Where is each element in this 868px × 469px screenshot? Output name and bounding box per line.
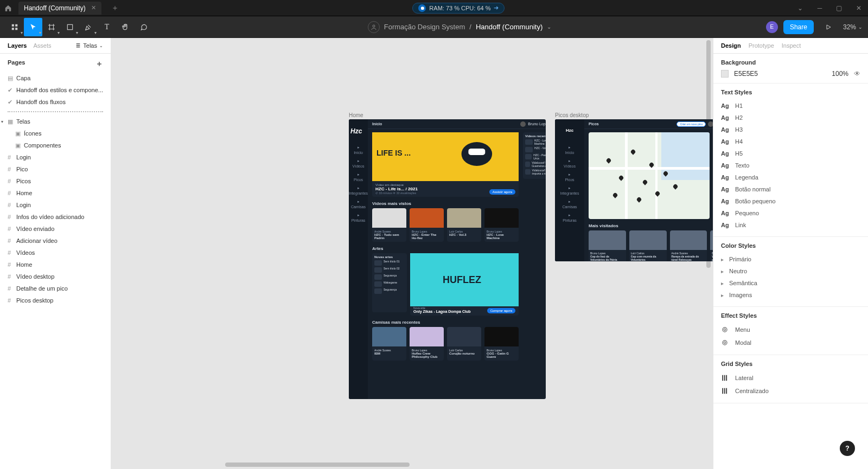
layer-item[interactable]: #Vídeo enviado (0, 223, 111, 235)
grid-styles-section: Grid Styles LateralCentralizado (713, 355, 868, 403)
chevron-down-icon[interactable]: ⌄ (547, 24, 551, 30)
page-item-current[interactable]: ▦Telas (0, 115, 111, 127)
main-menu-button[interactable] (5, 18, 24, 36)
style-item[interactable]: AgH4 (721, 136, 860, 147)
style-item[interactable]: ▸Imagens (721, 289, 860, 301)
layer-item[interactable]: #Home (0, 187, 111, 199)
style-item[interactable]: AgH3 (721, 124, 860, 136)
layer-item[interactable]: #Vídeo desktop (0, 271, 111, 282)
style-item[interactable]: ▸Primário (721, 253, 860, 265)
layer-item[interactable]: #Vídeos (0, 247, 111, 259)
page-label: Handoff dos estilos e compone... (16, 87, 103, 93)
layer-item[interactable]: #Picos (0, 175, 111, 187)
layer-item[interactable]: #Login (0, 199, 111, 211)
canvas[interactable]: Home Hzc ▸ Início ▸ Vídeos ▸ Picos ▸ Int… (111, 38, 713, 469)
tab-design[interactable]: Design (721, 42, 741, 49)
layer-label: Vídeos (16, 249, 35, 256)
style-item[interactable]: AgH1 (721, 100, 860, 112)
text-tool[interactable]: T (98, 18, 116, 36)
help-button[interactable]: ? (840, 441, 855, 456)
scrollbar-horizontal[interactable] (225, 462, 410, 467)
hand-tool[interactable] (116, 18, 135, 36)
style-item[interactable]: Lateral (721, 371, 860, 384)
page-item[interactable]: ✔Handoff dos fluxos (0, 96, 111, 108)
minimize-button[interactable]: ─ (814, 2, 826, 14)
page-item[interactable]: ✔Handoff dos estilos e compone... (0, 84, 111, 96)
bg-hex[interactable]: E5E5E5 (734, 70, 758, 78)
breadcrumb[interactable]: Formação Design System / Handoff (Commun… (368, 21, 552, 33)
shape-tool[interactable] (61, 18, 79, 36)
style-item[interactable]: Centralizado (721, 384, 860, 397)
frame-icon: # (8, 261, 14, 268)
page-dropdown[interactable]: Telas ⌄ (75, 42, 103, 49)
chevron-down-icon[interactable]: ⌄ (794, 2, 806, 14)
layer-label: Home (16, 261, 32, 268)
mock-play-button: Assistir agora (489, 189, 515, 195)
user-avatar[interactable]: E (766, 21, 778, 33)
move-tool[interactable] (24, 18, 42, 36)
layer-item[interactable]: #Home (0, 259, 111, 271)
present-button[interactable] (819, 18, 838, 36)
style-item[interactable]: AgTexto (721, 159, 860, 171)
file-tab[interactable]: Handoff (Community) ✕ (18, 2, 101, 15)
new-tab-button[interactable]: ＋ (107, 3, 123, 13)
layer-item[interactable]: #Pico (0, 163, 111, 175)
bg-opacity[interactable]: 100% (832, 70, 848, 78)
style-item[interactable]: ▸Semântica (721, 277, 860, 289)
layer-label: Vídeo desktop (16, 273, 54, 280)
maximize-button[interactable]: ▢ (833, 2, 845, 14)
section-title: Grid Styles (721, 361, 860, 367)
pen-tool[interactable] (79, 18, 98, 36)
layer-item[interactable]: ▣Ícones (0, 127, 111, 139)
layer-item[interactable]: #Picos desktop (0, 294, 111, 306)
svg-rect-3 (15, 28, 17, 30)
style-item[interactable]: AgH5 (721, 147, 860, 159)
tab-layers[interactable]: Layers (8, 42, 27, 49)
style-item[interactable]: AgPequeno (721, 207, 860, 219)
color-swatch[interactable] (721, 70, 729, 78)
style-item[interactable]: AgLegenda (721, 171, 860, 183)
canvas-frame-home[interactable]: Hzc ▸ Início ▸ Vídeos ▸ Picos ▸ Integran… (349, 119, 546, 399)
frame-icon: # (8, 190, 14, 196)
style-item[interactable]: Menu (721, 323, 860, 336)
separator (8, 111, 103, 112)
comment-tool[interactable] (135, 18, 153, 36)
tab-prototype[interactable]: Prototype (749, 42, 774, 49)
svg-point-5 (373, 25, 375, 27)
background-section: Background E5E5E5 100% 👁 (713, 54, 868, 83)
style-item[interactable]: AgLink (721, 219, 860, 231)
titlebar-center: ⏺ RAM: 73 % CPU: 64 % ➜ (412, 3, 505, 14)
frame-icon: # (8, 297, 14, 304)
check-icon: ✔ (8, 99, 14, 106)
layer-item[interactable]: #Login (0, 151, 111, 163)
layer-item[interactable]: #Infos do vídeo adicionado (0, 211, 111, 223)
left-panel-tabs: Layers Assets Telas ⌄ (0, 38, 111, 54)
home-icon[interactable] (3, 3, 13, 13)
tab-close-icon[interactable]: ✕ (91, 4, 96, 11)
style-item[interactable]: ▸Neutro (721, 265, 860, 277)
system-monitor-badge[interactable]: ⏺ RAM: 73 % CPU: 64 % ➜ (412, 3, 505, 14)
style-item[interactable]: AgH2 (721, 112, 860, 124)
page-item[interactable]: ▤Capa (0, 72, 111, 84)
style-item[interactable]: AgBotão normal (721, 183, 860, 195)
canvas-frame-picos[interactable]: Hzc ▸ Início ▸ Vídeos ▸ Picos ▸ Integran… (555, 119, 713, 261)
section-heading: Artes (372, 246, 519, 251)
layer-item[interactable]: ▣Componentes (0, 139, 111, 151)
tab-assets[interactable]: Assets (33, 42, 51, 49)
close-window-button[interactable]: ✕ (853, 2, 865, 14)
layer-item[interactable]: #Adicionar vídeo (0, 235, 111, 247)
add-page-button[interactable]: ＋ (95, 59, 103, 69)
zoom-control[interactable]: 32%⌄ (843, 23, 863, 31)
frame-label[interactable]: Picos desktop (555, 112, 589, 118)
section-heading: Vídeos mais vistos (372, 201, 519, 206)
style-item[interactable]: AgBotão pequeno (721, 195, 860, 207)
layer-item[interactable]: #Detalhe de um pico (0, 282, 111, 294)
style-item[interactable]: Modal (721, 336, 860, 349)
nav-item: ▸ Camisas (351, 200, 366, 209)
frame-tool[interactable] (42, 18, 61, 36)
tab-inspect[interactable]: Inspect (782, 42, 801, 49)
section-title: Background (721, 59, 860, 66)
frame-label[interactable]: Home (349, 112, 363, 118)
visibility-icon[interactable]: 👁 (854, 70, 860, 78)
share-button[interactable]: Share (783, 20, 814, 34)
